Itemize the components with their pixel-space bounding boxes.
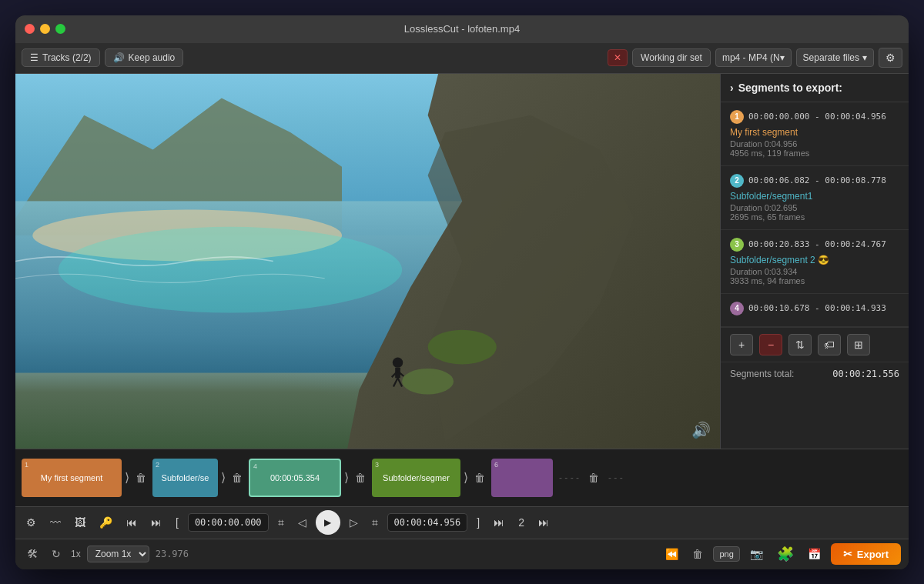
segments-actions: + − ⇅ 🏷 ⊞ <box>721 327 909 362</box>
segment-meta-3: 3933 ms, 94 frames <box>730 276 899 285</box>
scissors-icon: ✂ <box>843 548 852 560</box>
format-button[interactable]: mp4 - MP4 (N▾ <box>715 48 792 67</box>
timeline-delete-1[interactable]: 🗑 <box>132 472 149 484</box>
trash-btn[interactable]: 🗑 <box>688 546 707 562</box>
segment-duration-1: Duration 0:04.956 <box>730 139 899 149</box>
timeline-handle-1[interactable]: ⟩ <box>125 470 129 485</box>
puzzle-btn[interactable]: 🧩 <box>773 543 798 565</box>
segment-time-4: 00:00:10.678 - 00:00:14.933 <box>748 303 886 313</box>
zoom-select[interactable]: Zoom 1x <box>87 546 149 562</box>
skip-to-start-btn[interactable]: ⏮ <box>122 513 142 532</box>
waveform-btn[interactable]: 〰 <box>45 513 65 532</box>
rewind-btn[interactable]: ◁ <box>293 513 311 532</box>
play-button[interactable]: ▶ <box>316 510 340 535</box>
working-dir-button[interactable]: Working dir set <box>632 48 711 67</box>
cliff-svg <box>15 74 720 449</box>
next-frame-btn[interactable]: ⏭ <box>489 513 509 532</box>
segment-item-4[interactable]: 4 00:00:10.678 - 00:00:14.933 <box>721 294 909 327</box>
segment-name-2: Subfolder/segment1 <box>730 191 899 202</box>
segment-item-2[interactable]: 2 00:00:06.082 - 00:00:08.778 Subfolder/… <box>721 166 909 230</box>
timeline-delete-3[interactable]: 🗑 <box>471 472 488 484</box>
main-toolbar: ☰ Tracks (2/2) 🔊 Keep audio ✕ Working di… <box>15 43 909 74</box>
app-window: LosslessCut - lofoten.mp4 ☰ Tracks (2/2)… <box>15 15 909 569</box>
chevron-right-icon: › <box>730 82 734 94</box>
total-time-value: 00:00:21.556 <box>832 369 899 379</box>
minimize-button[interactable] <box>40 24 50 34</box>
timeline-segment-3[interactable]: 3 Subfolder/segmer <box>372 459 460 497</box>
svg-point-8 <box>393 357 403 367</box>
segment-meta-1: 4956 ms, 119 frames <box>730 149 899 158</box>
segment-time-1: 00:00:00.000 - 00:00:04.956 <box>748 112 886 122</box>
chevron-down-icon: ▾ <box>862 52 867 63</box>
svg-point-14 <box>59 226 402 312</box>
export-button[interactable]: ✂ Export <box>831 543 901 565</box>
segment-item-1[interactable]: 1 00:00:00.000 - 00:00:04.956 My first s… <box>721 102 909 166</box>
tag-segment-button[interactable]: 🏷 <box>818 334 841 355</box>
timeline-handle-2[interactable]: ⟩ <box>221 470 226 485</box>
dashes: - - - - <box>559 472 579 483</box>
bottom-bar: 🛠 ↻ 1x Zoom 1x 23.976 ⏪ 🗑 png 📷 🧩 📅 ✂ Ex… <box>15 539 909 569</box>
end-time-display[interactable]: 00:00:04.956 <box>387 513 468 532</box>
maximize-button[interactable] <box>55 24 65 34</box>
timeline-delete-4[interactable]: 🗑 <box>352 472 369 484</box>
keep-audio-button[interactable]: 🔊 Keep audio <box>105 48 184 67</box>
png-button[interactable]: png <box>713 546 739 562</box>
close-button[interactable] <box>25 24 35 34</box>
segment-duration-2: Duration 0:02.695 <box>730 203 899 212</box>
timeline: 1 My first segment ⟩ 🗑 2 Subfolder/se ⟩ … <box>15 449 909 506</box>
forward-btn[interactable]: ▷ <box>345 513 363 532</box>
set-start-btn[interactable]: [ <box>171 513 183 532</box>
history-btn[interactable]: ⏪ <box>661 546 682 562</box>
dashes-2: - - - <box>608 472 623 483</box>
segments-header: › Segments to export: <box>721 74 909 102</box>
settings-button[interactable]: ⚙ <box>879 48 902 68</box>
segment-time-3: 00:00:20.833 - 00:00:24.767 <box>748 239 886 249</box>
segment-duration-3: Duration 0:03.934 <box>730 267 899 276</box>
segment-number-3: 3 <box>730 238 744 252</box>
segment-number-4: 4 <box>730 302 744 315</box>
loop-btn[interactable]: ↻ <box>48 546 65 562</box>
timeline-segment-1[interactable]: 1 My first segment <box>22 459 122 497</box>
controls-bar: ⚙ 〰 🖼 🔑 ⏮ ⏭ [ 00:00:00.000 ⌗ ◁ ▶ ▷ ⌗ 00:… <box>15 506 909 539</box>
timeline-handle-3[interactable]: ⟩ <box>464 470 468 485</box>
add-segment-button[interactable]: + <box>730 334 753 355</box>
timeline-segment-6[interactable]: 6 <box>491 459 553 497</box>
skip-to-end-btn[interactable]: ⏭ <box>534 513 554 532</box>
output-mode-button[interactable]: Separate files ▾ <box>796 48 874 67</box>
timeline-delete-2[interactable]: 🗑 <box>229 472 246 484</box>
segment-num-row-2: 2 00:00:06.082 - 00:00:08.778 <box>730 174 899 188</box>
segment-item-3[interactable]: 3 00:00:20.833 - 00:00:24.767 Subfolder/… <box>721 230 909 294</box>
keyframe-btn[interactable]: ⌗ <box>273 513 289 532</box>
segment-name-1: My first segment <box>730 127 899 138</box>
window-title: LosslessCut - lofoten.mp4 <box>404 23 520 35</box>
settings-icon-btn[interactable]: ⚙ <box>22 513 41 532</box>
set-end-btn[interactable]: ] <box>472 513 484 532</box>
reorder-segments-button[interactable]: ⇅ <box>788 334 812 355</box>
current-time-display[interactable]: 00:00:00.000 <box>188 513 269 532</box>
remove-segment-button[interactable]: − <box>759 334 782 355</box>
toolbar-right: ✕ Working dir set mp4 - MP4 (N▾ Separate… <box>608 48 902 68</box>
tracks-button[interactable]: ☰ Tracks (2/2) <box>22 48 100 67</box>
timeline-handle-4[interactable]: ⟩ <box>344 470 349 485</box>
key2-btn[interactable]: ⌗ <box>367 513 383 532</box>
svg-point-7 <box>402 368 454 393</box>
clear-working-dir-button[interactable]: ✕ <box>608 49 628 66</box>
video-area: 🔊 <box>15 74 720 449</box>
segment-number-1: 1 <box>730 110 744 124</box>
key-btn[interactable]: 🔑 <box>95 513 117 532</box>
camera-btn[interactable]: 📷 <box>746 546 767 562</box>
zoom-prefix: 1x <box>71 549 81 559</box>
window-controls <box>25 24 65 34</box>
prev-frame-btn[interactable]: ⏭ <box>146 513 166 532</box>
segments-total: Segments total: 00:00:21.556 <box>721 362 909 385</box>
screenshot-btn[interactable]: 🖼 <box>70 513 90 532</box>
svg-point-6 <box>428 329 497 364</box>
split-segment-button[interactable]: ⊞ <box>847 334 870 355</box>
chapter-btn[interactable]: 2 <box>514 513 529 532</box>
timeline-segment-4[interactable]: 4 00:00:05.354 <box>249 459 341 497</box>
segment-time-2: 00:00:06.082 - 00:00:08.778 <box>748 175 886 185</box>
settings2-btn[interactable]: 🛠 <box>23 546 42 562</box>
calendar-btn[interactable]: 📅 <box>804 546 825 562</box>
timeline-segment-2[interactable]: 2 Subfolder/se <box>152 459 218 497</box>
timeline-delete-6[interactable]: 🗑 <box>585 472 602 484</box>
